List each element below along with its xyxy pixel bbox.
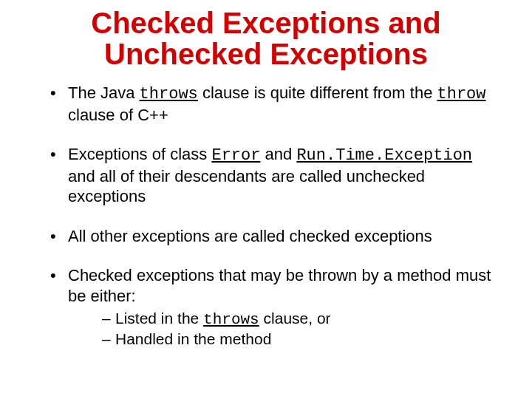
text: clause, or [259,310,331,327]
code-throws: throws [140,85,198,103]
text: Exceptions of class [68,145,211,163]
text: Checked exceptions that may be thrown by… [68,266,491,305]
text: and all of their descendants are called … [68,167,425,206]
code-error: Error [211,146,260,165]
bullet-list: The Java throws clause is quite differen… [30,83,502,349]
slide: Checked Exceptions and Unchecked Excepti… [0,0,532,399]
bullet-2: Exceptions of class Error and Run.Time.E… [50,144,502,207]
sub-list: Listed in the throws clause, or Handled … [68,309,502,349]
text: clause is quite different from the [198,83,437,102]
bullet-1: The Java throws clause is quite differen… [50,83,502,125]
text: All other exceptions are called checked … [68,227,432,245]
sub-bullet-2: Handled in the method [102,330,502,349]
text: Listed in the [115,310,203,327]
text: and [260,145,296,163]
title-line-2: Unchecked Exceptions [104,38,428,70]
text: Handled in the method [115,330,271,347]
text: clause of C++ [68,106,168,124]
bullet-3: All other exceptions are called checked … [50,226,502,247]
title-line-1: Checked Exceptions and [91,7,440,39]
slide-title: Checked Exceptions and Unchecked Excepti… [30,7,502,69]
code-throw: throw [437,85,485,103]
code-runtimeexception: Run.Time.Exception [296,146,472,165]
sub-bullet-1: Listed in the throws clause, or [102,309,502,330]
text: The Java [68,83,140,102]
code-throws: throws [203,311,259,328]
bullet-4: Checked exceptions that may be thrown by… [50,265,502,349]
